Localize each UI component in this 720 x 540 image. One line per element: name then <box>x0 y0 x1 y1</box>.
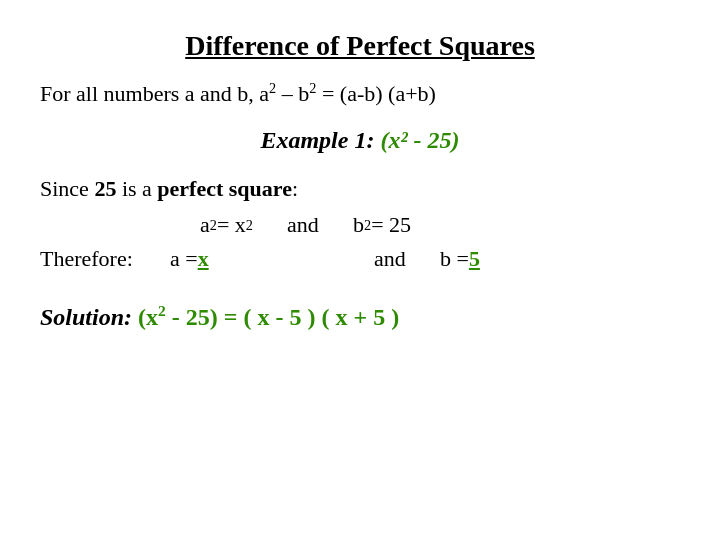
therefore-left-val: x <box>198 246 209 272</box>
and-word-2: and <box>340 246 440 272</box>
eq-right: b2 = 25 <box>353 212 411 238</box>
example-line: Example 1: (x² - 25) <box>40 127 680 154</box>
since-line: Since 25 is a perfect square: <box>40 176 680 202</box>
therefore-eq-right: b = 5 <box>440 246 610 272</box>
eq-left: a2 = x2 <box>200 212 253 238</box>
eq-left-eq: = x <box>217 212 246 238</box>
since-text2: is a <box>116 176 157 201</box>
since-text: Since <box>40 176 94 201</box>
therefore-row: Therefore: a = x and b = 5 <box>40 246 680 272</box>
therefore-label: Therefore: <box>40 246 170 272</box>
rule-text-before: For all numbers a and b, a <box>40 81 269 106</box>
since-colon: : <box>292 176 298 201</box>
example-formula: (x² - 25) <box>380 127 459 153</box>
rule-text-middle: – b <box>276 81 309 106</box>
example-label: Example 1: <box>260 127 374 153</box>
solution-rest: - 25) = ( x - 5 ) ( x + 5 ) <box>166 304 399 330</box>
therefore-right-text: b = <box>440 246 469 272</box>
and-word-1: and <box>253 212 353 238</box>
rule-text-after: = (a-b) (a+b) <box>316 81 435 106</box>
eq-left-exp: 2 <box>210 217 217 234</box>
solution-exp: 2 <box>158 302 166 319</box>
eq-left-base: a <box>200 212 210 238</box>
since-bold-num: 25 <box>94 176 116 201</box>
eq-right-base: b <box>353 212 364 238</box>
solution-text-part: (x <box>138 304 158 330</box>
page: Difference of Perfect Squares For all nu… <box>0 0 720 540</box>
solution-formula: (x2 - 25) = ( x - 5 ) ( x + 5 ) <box>138 304 399 330</box>
eq-right-exp: 2 <box>364 217 371 234</box>
eq-right-eq: = 25 <box>371 212 411 238</box>
solution-line: Solution: (x2 - 25) = ( x - 5 ) ( x + 5 … <box>40 302 680 331</box>
page-title: Difference of Perfect Squares <box>40 30 680 62</box>
therefore-left-text: a = <box>170 246 198 272</box>
solution-label: Solution: <box>40 304 132 330</box>
therefore-eq-left: a = x <box>170 246 340 272</box>
therefore-right-val: 5 <box>469 246 480 272</box>
rule-line: For all numbers a and b, a2 – b2 = (a-b)… <box>40 80 680 107</box>
equations-row: a2 = x2 and b2 = 25 <box>200 212 680 238</box>
since-bold-phrase: perfect square <box>157 176 292 201</box>
eq-left-exp2: 2 <box>246 217 253 234</box>
